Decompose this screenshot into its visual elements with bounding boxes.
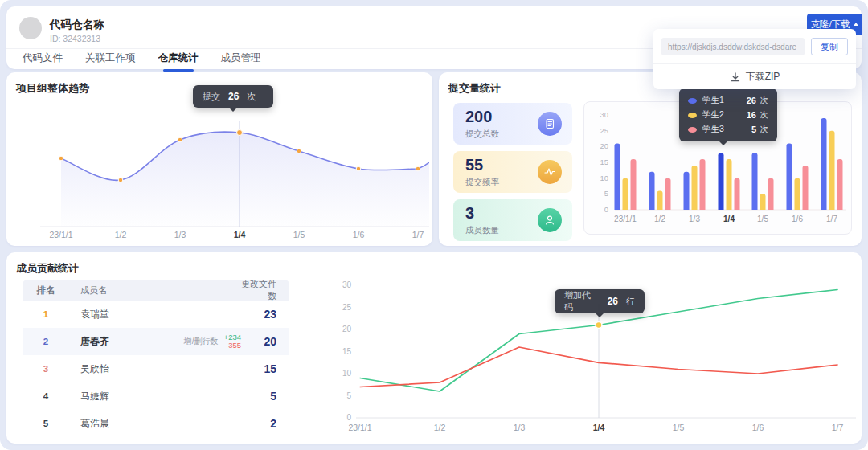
- stat-label: 提交频率: [465, 177, 499, 188]
- contribution-table: 排名 成员名 更改文件数 1 袁瑞堂 23 2 唐春齐 增/删行数 +234: [23, 280, 289, 437]
- bar: [735, 178, 740, 210]
- members-icon: [538, 208, 562, 232]
- x-axis-label: 1/2: [434, 423, 446, 432]
- stat-label: 成员数量: [465, 225, 499, 236]
- x-axis-label: 1/3: [689, 215, 700, 223]
- y-axis-label: 25: [600, 126, 608, 135]
- clone-url-row: 复制: [653, 29, 856, 63]
- commit-stats-title: 提交量统计: [448, 81, 501, 96]
- contribution-tooltip-unit: 行: [626, 296, 635, 308]
- bar: [787, 143, 792, 210]
- stat-value: 55: [465, 156, 483, 174]
- bar: [665, 178, 671, 210]
- clone-url-input[interactable]: [661, 38, 805, 55]
- data-point: [416, 166, 420, 171]
- contribution-tooltip: 增加代码 26 行: [555, 289, 645, 313]
- copy-button[interactable]: 复制: [811, 38, 848, 55]
- stat-tiles: 200 提交总数 55 提交频率 3 成员数量: [453, 103, 572, 241]
- table-row[interactable]: 2 唐春齐 增/删行数 +234 -355 20: [23, 328, 289, 355]
- data-point: [178, 137, 182, 142]
- trend-area: [61, 132, 429, 227]
- series-marker-student3: [688, 127, 697, 133]
- bar: [829, 131, 835, 210]
- table-row[interactable]: 4 马婕辉 5: [23, 382, 289, 410]
- x-axis-label: 1/2: [115, 230, 127, 239]
- trend-tooltip-unit: 次: [247, 91, 256, 103]
- y-axis-label: 25: [342, 303, 352, 312]
- y-axis-label: 5: [346, 391, 351, 400]
- y-axis-label: 10: [600, 174, 608, 182]
- tab-linked-work-items[interactable]: 关联工作项: [85, 49, 136, 69]
- stat-value: 3: [465, 204, 474, 223]
- y-axis-label: 30: [600, 110, 608, 119]
- bar: [803, 166, 809, 210]
- stat-member-count: 3 成员数量: [453, 199, 572, 241]
- bar: [795, 178, 800, 210]
- x-axis-label: 1/4: [723, 215, 735, 223]
- stat-total-commits: 200 提交总数: [453, 103, 572, 145]
- highlighted-point: [596, 322, 602, 329]
- member-contribution-card: 成员贡献统计 排名 成员名 更改文件数 1 袁瑞堂 23 2 唐春齐 增/删行数: [6, 252, 862, 444]
- bar-chart-tooltip: 学生1 26 次 学生2 16 次 学生3 5 次: [679, 88, 777, 141]
- bar: [649, 172, 655, 210]
- bar: [821, 118, 827, 210]
- trend-tooltip: 提交 26 次: [193, 85, 273, 108]
- trend-line-chart[interactable]: 23/1/11/21/31/41/51/61/7: [16, 95, 429, 239]
- x-axis-label: 1/6: [752, 423, 764, 432]
- data-point: [297, 149, 301, 153]
- trend-tooltip-label: 提交: [203, 91, 220, 103]
- bar: [657, 190, 663, 210]
- y-axis-label: 30: [342, 280, 352, 289]
- bar: [760, 194, 766, 210]
- contribution-tooltip-label: 增加代码: [564, 289, 600, 313]
- bar: [623, 178, 628, 210]
- x-axis-label: 1/6: [353, 230, 365, 239]
- stat-value: 200: [465, 108, 492, 126]
- bar: [692, 166, 698, 210]
- tab-member-management[interactable]: 成员管理: [221, 49, 261, 69]
- pulse-icon: [538, 160, 562, 184]
- bar: [615, 143, 620, 210]
- stat-label: 提交总数: [465, 129, 499, 140]
- bar: [752, 153, 758, 210]
- y-axis-label: 20: [600, 141, 608, 150]
- x-axis-label: 1/6: [792, 215, 803, 223]
- tooltip-row: 学生3 5 次: [679, 122, 777, 137]
- repo-avatar: [19, 17, 42, 39]
- y-axis-label: 0: [604, 205, 608, 214]
- x-axis-label: 23/1/1: [348, 423, 371, 432]
- lines-removed: -355: [224, 342, 241, 350]
- bar: [684, 172, 690, 210]
- x-axis-label: 1/7: [412, 230, 424, 239]
- document-icon: [538, 112, 562, 136]
- y-axis-label: 0: [346, 413, 351, 422]
- y-axis-label: 20: [342, 325, 352, 333]
- x-axis-label: 1/4: [593, 423, 605, 432]
- tooltip-row: 学生1 26 次: [679, 93, 777, 108]
- clone-dropdown-panel: 复制 下载ZIP: [653, 29, 856, 89]
- data-point: [356, 166, 361, 171]
- table-row[interactable]: 1 袁瑞堂 23: [23, 301, 289, 328]
- bar: [727, 159, 732, 210]
- tooltip-row: 学生2 16 次: [679, 108, 777, 122]
- x-axis-label: 23/1/1: [614, 215, 637, 223]
- x-axis-label: 1/2: [654, 215, 665, 223]
- tab-repo-statistics[interactable]: 仓库统计: [158, 49, 199, 69]
- bar: [837, 159, 843, 210]
- tab-code-files[interactable]: 代码文件: [23, 49, 63, 69]
- x-axis-label: 23/1/1: [49, 230, 72, 239]
- download-zip-button[interactable]: 下载ZIP: [653, 63, 856, 89]
- bar: [631, 159, 637, 210]
- repo-statistics-page: 代码仓名称 ID: 32432313 代码文件 关联工作项 仓库统计 成员管理 …: [0, 0, 868, 450]
- x-axis-label: 1/7: [826, 215, 837, 223]
- stat-commit-frequency: 55 提交频率: [453, 151, 572, 193]
- series-marker-student2: [688, 112, 697, 118]
- series-marker-student1: [688, 98, 697, 104]
- table-row[interactable]: 3 吴欣怡 15: [23, 355, 289, 382]
- data-point: [59, 156, 63, 161]
- download-zip-label: 下载ZIP: [746, 70, 780, 84]
- table-row[interactable]: 5 葛浩晨 2: [23, 410, 289, 437]
- bar: [719, 153, 724, 210]
- lines-changed: 增/删行数 +234 -355: [184, 333, 241, 350]
- x-axis-label: 1/5: [293, 230, 305, 239]
